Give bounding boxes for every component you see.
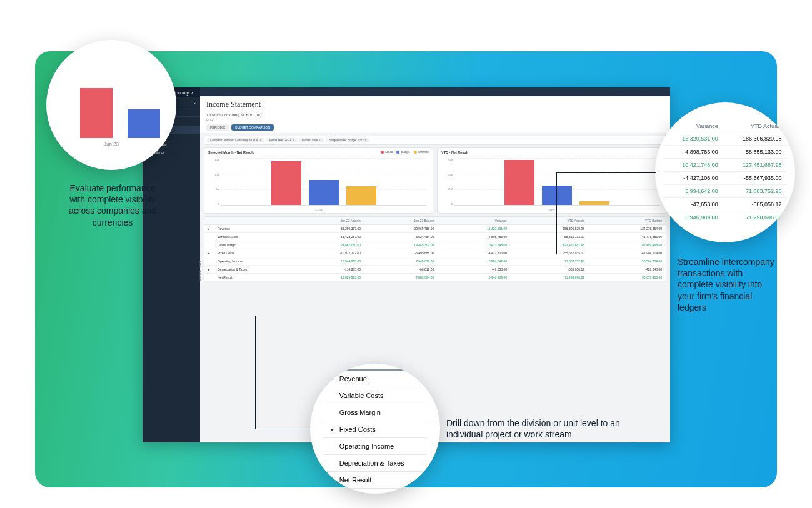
chevron-down-icon: ⌄ bbox=[193, 100, 196, 104]
y-tick: 10M bbox=[208, 173, 219, 176]
table-row: -4,898,783.00-58,855,133.00 bbox=[663, 146, 786, 159]
cell-value: 71,883,752.98 bbox=[511, 257, 588, 266]
filter-fiscal-year[interactable]: Fiscal Year: 2023× bbox=[266, 138, 297, 142]
data-table: Jun 23 Actuals Jun 23 Budget Variance YT… bbox=[204, 217, 666, 282]
list-label: Fixed Costs bbox=[339, 426, 376, 433]
cell-value: -47,653.00 bbox=[663, 198, 723, 211]
table-row[interactable]: Variable Costs-11,423,267.00-6,524,484.0… bbox=[204, 233, 666, 241]
table-row[interactable]: Gross Margin24,867,050.0014,445,302.0010… bbox=[204, 241, 666, 249]
y-tick: 75M bbox=[441, 158, 453, 161]
y-tick: 15M bbox=[208, 158, 219, 161]
close-icon[interactable]: × bbox=[293, 139, 294, 142]
cell-value: -585,056.17 bbox=[511, 266, 588, 274]
bars bbox=[271, 161, 376, 205]
cell-value: -4,427,106.00 bbox=[663, 172, 723, 185]
col-header[interactable]: Jun 23 Budget bbox=[364, 217, 438, 225]
table-row[interactable]: Net Result13,829,993.007,883,004.005,946… bbox=[204, 274, 666, 282]
cell-value: 5,946,989.00 bbox=[438, 274, 511, 282]
list-item[interactable]: Operating Income bbox=[323, 438, 427, 455]
col-header[interactable]: YTD Actuals bbox=[511, 217, 588, 225]
callout-connector bbox=[556, 172, 656, 173]
expand-arrow-icon[interactable]: ▸ bbox=[204, 266, 214, 274]
callout-mini-chart: Jun 23 bbox=[59, 59, 163, 151]
cell-value: 20,969,786.90 bbox=[364, 225, 438, 233]
cell-value: -47,653.00 bbox=[438, 266, 511, 274]
close-icon[interactable]: × bbox=[259, 139, 261, 142]
row-name: Revenue bbox=[214, 225, 289, 233]
expand-arrow-icon bbox=[204, 257, 214, 266]
table-row: 15,320,531.00186,306,820.98 bbox=[663, 132, 786, 146]
bar-actual bbox=[80, 88, 113, 138]
bar-actual bbox=[271, 161, 301, 205]
table-row[interactable]: ▸Revenue36,290,317.0020,969,786.9015,320… bbox=[204, 225, 666, 233]
list-label: Gross Margin bbox=[339, 409, 381, 416]
close-icon[interactable]: × bbox=[364, 139, 366, 142]
callout-circle-bottom: ▸Revenue Variable Costs Gross Margin ▸Fi… bbox=[310, 364, 440, 494]
callout-text-top-left: Evaluate performance with complete visib… bbox=[63, 182, 163, 228]
expand-arrow-icon bbox=[204, 241, 214, 249]
close-icon[interactable]: × bbox=[319, 139, 321, 142]
cell-value: 71,298,696.81 bbox=[723, 211, 787, 224]
callout-text-bottom: Drill down from the division or unit lev… bbox=[446, 417, 646, 440]
table-row: -4,427,106.00-55,567,935.00 bbox=[663, 172, 786, 185]
col-header[interactable]: YTD Budget bbox=[588, 217, 666, 225]
col-header[interactable]: Jun 23 Actuals bbox=[289, 217, 364, 225]
cell-value: 13,944,258.00 bbox=[289, 257, 364, 266]
list-item[interactable]: ▸Fixed Costs bbox=[323, 421, 427, 438]
expand-arrow-icon[interactable]: ▸ bbox=[204, 225, 214, 233]
table-row: -47,653.00-585,056.17 bbox=[663, 198, 786, 211]
list-label: Depreciation & Taxes bbox=[339, 459, 404, 467]
list-item[interactable]: Gross Margin bbox=[323, 404, 427, 421]
cell-value: -585,056.17 bbox=[723, 198, 787, 211]
cell-value: 186,306,820.98 bbox=[511, 225, 588, 233]
cell-value: 10,421,748.00 bbox=[438, 241, 511, 249]
chart-body: 75M 50M 25M 0 bbox=[441, 158, 662, 212]
cell-value: -11,423,267.00 bbox=[289, 233, 364, 241]
chart-selected-month: Selected Month - Net Result Actual Budge… bbox=[204, 147, 433, 214]
col-header[interactable]: Variance bbox=[438, 217, 511, 225]
callout-circle-top-left: Jun 23 bbox=[46, 40, 176, 170]
plot-area bbox=[221, 158, 426, 206]
cell-value: 15,320,531.00 bbox=[438, 225, 511, 233]
cell-value: -4,898,783.00 bbox=[438, 233, 511, 241]
window-topbar bbox=[200, 87, 670, 96]
table-row[interactable]: ▸Fixed Costs-10,922,792.00-6,495,686.00-… bbox=[204, 249, 666, 257]
bar-budget bbox=[128, 109, 160, 138]
list-item[interactable]: Depreciation & Taxes bbox=[323, 455, 427, 472]
row-name: Operating Income bbox=[214, 257, 289, 266]
cell-value: 127,451,687.98 bbox=[511, 241, 588, 249]
tab-budget-comparison[interactable]: BUDGET COMPARISON bbox=[231, 124, 274, 131]
cell-value: 134,276,354.00 bbox=[588, 225, 666, 233]
expand-arrow-icon[interactable]: ▸ bbox=[329, 426, 336, 432]
company-number: 100 bbox=[255, 113, 261, 117]
filter-label: Budget Model: Budget 2023 bbox=[329, 139, 364, 142]
filter-company[interactable]: Company: Trifolium Consulting NL B.V.× bbox=[207, 138, 264, 142]
callout-connector bbox=[255, 429, 314, 429]
page-subheader: Trifolium Consulting NL B.V. 100 EUR PER… bbox=[200, 111, 670, 133]
y-tick: 50M bbox=[441, 173, 453, 176]
table-row[interactable]: Operating Income13,944,258.007,949,616.0… bbox=[204, 257, 666, 266]
cell-value: -6,524,484.00 bbox=[364, 233, 438, 241]
filter-month[interactable]: Month: June× bbox=[299, 138, 323, 142]
cell-value: -58,855,133.00 bbox=[511, 233, 588, 241]
bar-variance bbox=[579, 201, 609, 205]
callout-connector bbox=[556, 172, 557, 254]
bar-actual bbox=[504, 160, 534, 205]
list-label: Net Result bbox=[339, 476, 371, 484]
page-title: Income Statement bbox=[200, 96, 670, 111]
cell-value: -426,348.00 bbox=[588, 266, 666, 274]
cell-value: -41,994,714.00 bbox=[588, 249, 666, 257]
table-row[interactable]: ▸Depreciation & Taxes-114,265.00-66,612.… bbox=[204, 266, 666, 274]
callout-table: Variance YTD Actuals 15,320,531.00186,30… bbox=[663, 121, 786, 224]
filter-budget-model[interactable]: Budget Model: Budget 2023× bbox=[326, 138, 369, 142]
cell-value: 5,994,642.00 bbox=[438, 257, 511, 266]
expand-arrow-icon[interactable]: ▸ bbox=[204, 249, 214, 257]
col-name bbox=[214, 217, 289, 225]
callout-connector bbox=[255, 316, 256, 429]
list-item[interactable]: Variable Costs bbox=[323, 387, 427, 404]
cell-value: 36,290,317.00 bbox=[289, 225, 364, 233]
cell-value: -6,495,686.00 bbox=[364, 249, 438, 257]
tab-periodic[interactable]: PERIODIC bbox=[206, 124, 229, 131]
cell-value: 50,504,754.00 bbox=[588, 257, 666, 266]
expand-arrow-icon bbox=[204, 233, 214, 241]
